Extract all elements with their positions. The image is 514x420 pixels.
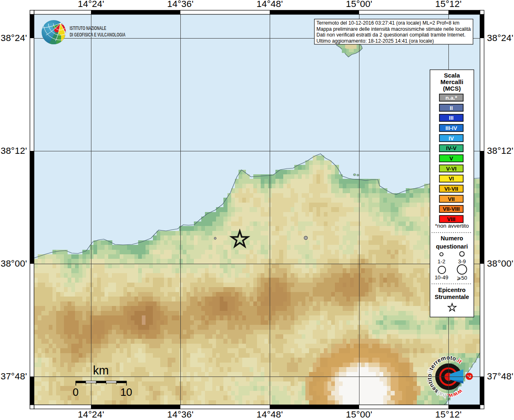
svg-text:(MCS): (MCS) — [443, 85, 461, 92]
svg-text:IV: IV — [449, 135, 454, 142]
svg-text:VII: VII — [448, 196, 455, 202]
svg-text:1-2: 1-2 — [438, 258, 446, 265]
svg-text:10-49: 10-49 — [434, 274, 448, 281]
svg-text:14°36': 14°36' — [167, 409, 194, 420]
svg-text:38°00': 38°00' — [487, 258, 514, 269]
svg-text:DI GEOFISICA E VULCANOLOGIA: DI GEOFISICA E VULCANOLOGIA — [70, 32, 125, 38]
svg-text:⩾50: ⩾50 — [457, 275, 467, 281]
svg-text:III-IV: III-IV — [446, 125, 457, 131]
svg-text:Terremoto del 10-12-2016 03:27: Terremoto del 10-12-2016 03:27:41 (ora l… — [316, 20, 459, 26]
svg-text:Mappa preliminare delle intens: Mappa preliminare delle intensità macros… — [316, 26, 471, 32]
svg-text:V: V — [449, 155, 453, 162]
svg-text:questionari: questionari — [436, 243, 468, 250]
svg-text:IV-V: IV-V — [446, 145, 457, 151]
svg-text:II: II — [450, 105, 453, 111]
svg-text:III: III — [449, 115, 453, 121]
svg-text:Epicentro: Epicentro — [438, 287, 466, 293]
svg-text:38°12': 38°12' — [0, 146, 27, 156]
svg-text:Mercalli: Mercalli — [441, 78, 464, 85]
svg-text:3-9: 3-9 — [458, 258, 466, 265]
svg-text:km: km — [93, 364, 109, 377]
svg-text:37°48': 37°48' — [487, 371, 514, 381]
svg-text:14°36': 14°36' — [167, 0, 194, 9]
svg-text:VI: VI — [449, 176, 454, 182]
svg-text:38°12': 38°12' — [487, 146, 514, 156]
svg-text:VII-VIII: VII-VIII — [443, 206, 459, 212]
svg-text:Numero: Numero — [441, 235, 463, 242]
svg-text:14°48': 14°48' — [257, 409, 283, 420]
svg-text:VI-VII: VI-VII — [444, 186, 458, 192]
svg-text:15°12': 15°12' — [435, 409, 462, 420]
svg-text:Dati non verificati estratti d: Dati non verificati estratti da 2 questi… — [316, 32, 466, 38]
svg-text:0: 0 — [73, 386, 78, 398]
svg-text:38°00': 38°00' — [0, 258, 27, 269]
svg-text:38°24': 38°24' — [0, 33, 27, 43]
svg-text:14°48': 14°48' — [257, 0, 283, 9]
svg-text:*non avvertito: *non avvertito — [435, 223, 469, 229]
svg-text:15°12': 15°12' — [435, 0, 462, 9]
svg-text:15°00': 15°00' — [346, 0, 373, 9]
svg-text:ISTITUTO NAZIONALE: ISTITUTO NAZIONALE — [70, 25, 106, 31]
svg-text:Strumentale: Strumentale — [435, 294, 469, 300]
svg-text:37°48': 37°48' — [0, 371, 27, 381]
svg-text:VIII: VIII — [447, 216, 455, 222]
svg-text:38°24': 38°24' — [487, 33, 514, 43]
svg-text:15°00': 15°00' — [346, 409, 373, 420]
svg-text:14°24': 14°24' — [78, 409, 105, 420]
svg-text:Ultimo aggiornamento: 18-12-20: Ultimo aggiornamento: 18-12-2025 14:41 (… — [316, 38, 434, 44]
svg-text:n.a.*: n.a.* — [446, 95, 457, 101]
svg-text:Scala: Scala — [444, 72, 460, 79]
svg-text:10: 10 — [121, 386, 132, 398]
svg-text:V-VI: V-VI — [446, 166, 457, 172]
svg-text:14°24': 14°24' — [78, 0, 105, 9]
